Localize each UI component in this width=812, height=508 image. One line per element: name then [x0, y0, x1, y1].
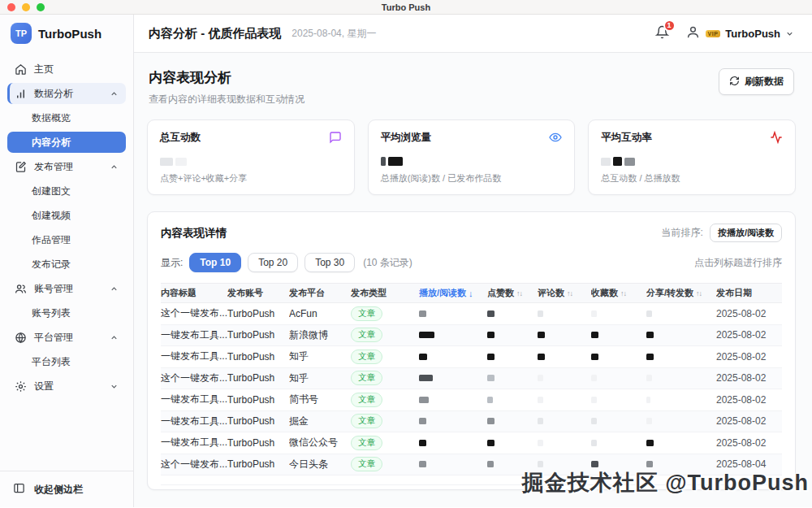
main-area: 内容分析 - 优质作品表现 2025-08-04, 星期一 1 VIP Turb…	[134, 15, 812, 507]
sidebar-item-create-video[interactable]: 创建视频	[7, 205, 126, 226]
column-header-platform: 发布平台	[289, 287, 351, 299]
sidebar-item-platform-management[interactable]: 平台管理	[7, 327, 126, 348]
sidebar-item-publish-records[interactable]: 发布记录	[7, 254, 126, 275]
cell-metric-likes	[487, 415, 538, 427]
sidebar-item-account-list[interactable]: 账号列表	[7, 302, 126, 323]
cell-date: 2025-08-02	[716, 329, 782, 341]
cell-metric-favorites	[591, 437, 646, 449]
notifications-button[interactable]: 1	[655, 25, 669, 42]
cell-metric-views	[419, 372, 487, 384]
doc-icon	[15, 161, 27, 173]
sidebar-item-works-management[interactable]: 作品管理	[7, 229, 126, 250]
sidebar-item-label: 主页	[34, 63, 54, 76]
chevron-up-icon	[110, 333, 119, 342]
cell-platform: 知乎	[289, 350, 351, 363]
app-window: TP TurboPush 主页数据分析数据概览内容分析发布管理创建图文创建视频作…	[0, 15, 812, 507]
type-badge: 文章	[351, 350, 382, 364]
cell-metric-likes	[487, 394, 538, 406]
cell-metric-comments	[538, 394, 591, 406]
message-icon	[329, 131, 342, 144]
sidebar-item-home[interactable]: 主页	[7, 59, 126, 80]
sidebar-item-label: 平台列表	[32, 355, 71, 369]
collapse-sidebar-button[interactable]: 收起侧边栏	[0, 471, 133, 507]
column-header-views[interactable]: 播放/阅读数↓	[419, 287, 487, 299]
redacted-value	[646, 310, 652, 317]
cell-date: 2025-08-04	[716, 458, 782, 470]
cell-metric-shares	[646, 372, 716, 384]
sidebar-item-create-article[interactable]: 创建图文	[7, 180, 126, 202]
column-header-likes[interactable]: 点赞数↑↓	[487, 287, 538, 299]
table-row[interactable]: 这个一键发布...TurboPush今日头条文章2025-08-04	[161, 454, 782, 476]
stat-card-value	[381, 156, 563, 167]
cell-account: TurboPush	[227, 415, 289, 427]
stat-card-desc: 总播放(阅读)数 / 已发布作品数	[381, 172, 563, 185]
refresh-data-button[interactable]: 刷新数据	[719, 68, 794, 95]
table-row[interactable]: 这个一键发布...TurboPush知乎文章2025-08-02	[161, 368, 782, 390]
sidebar-item-account-management[interactable]: 账号管理	[7, 278, 126, 299]
sidebar-item-label: 平台管理	[34, 331, 73, 345]
table-row[interactable]: 一键发布工具...TurboPush知乎文章2025-08-02	[161, 346, 782, 368]
top-filter-top-10[interactable]: Top 10	[189, 253, 241, 272]
main-header: 内容分析 - 优质作品表现 2025-08-04, 星期一 1 VIP Turb…	[134, 15, 812, 53]
top-filter-top-30[interactable]: Top 30	[304, 253, 355, 272]
cell-metric-favorites	[591, 458, 646, 470]
cell-account: TurboPush	[227, 351, 289, 363]
current-sort-label: 当前排序:	[662, 226, 703, 240]
column-header-favorites[interactable]: 收藏数↑↓	[591, 287, 646, 299]
column-header-title: 内容标题	[161, 287, 227, 299]
type-badge: 文章	[351, 393, 382, 407]
type-badge: 文章	[351, 436, 382, 450]
redacted-value	[538, 354, 545, 360]
table-row[interactable]: 一键发布工具...TurboPush微信公众号文章2025-08-02	[161, 432, 782, 454]
redacted-value	[419, 310, 426, 317]
chevron-down-icon	[785, 29, 794, 38]
sidebar-item-label: 账号管理	[34, 282, 73, 296]
stat-card-title: 平均互动率	[601, 131, 652, 145]
column-label: 评论数	[538, 287, 564, 299]
sidebar-item-label: 创建图文	[32, 185, 71, 198]
user-menu[interactable]: VIP TurboPush	[685, 24, 794, 43]
cell-platform: 微信公众号	[289, 436, 351, 449]
top-filter-group: Top 10Top 20Top 30	[189, 253, 355, 272]
sidebar-item-label: 发布记录	[32, 258, 71, 271]
redacted-value	[487, 397, 493, 403]
redacted-value	[487, 440, 495, 446]
cell-metric-comments	[538, 415, 591, 427]
chevron-up-icon	[110, 163, 119, 172]
column-label: 发布平台	[289, 287, 325, 299]
sidebar-item-data-analysis[interactable]: 数据分析	[7, 83, 126, 104]
sidebar-item-content-analysis[interactable]: 内容分析	[7, 132, 126, 153]
stat-card-title: 总互动数	[160, 131, 201, 145]
table-row[interactable]: 一键发布工具...TurboPush简书号文章2025-08-02	[161, 389, 782, 411]
redacted-value	[646, 332, 654, 338]
top-filter-top-20[interactable]: Top 20	[248, 253, 298, 272]
header-date: 2025-08-04, 星期一	[292, 27, 376, 41]
table-row[interactable]: 一键发布工具...TurboPush掘金文章2025-08-02	[161, 411, 782, 433]
content-detail-card: 内容表现详情 当前排序: 按播放/阅读数 显示: Top 10Top 20Top…	[147, 211, 796, 490]
sidebar-item-platform-list[interactable]: 平台列表	[7, 351, 126, 372]
cell-metric-shares	[646, 415, 716, 427]
redacted-value	[646, 354, 654, 360]
redacted-value	[538, 310, 543, 317]
sidebar-item-publish-management[interactable]: 发布管理	[7, 156, 126, 177]
cell-metric-views	[419, 415, 487, 427]
home-icon	[15, 63, 27, 76]
brand: TP TurboPush	[0, 15, 133, 50]
sidebar-item-label: 数据概览	[32, 111, 71, 125]
refresh-label: 刷新数据	[745, 75, 784, 89]
column-header-shares[interactable]: 分享/转发数↑↓	[646, 287, 716, 299]
table-row[interactable]: 一键发布工具...TurboPush新浪微博文章2025-08-02	[161, 325, 782, 347]
redacted-value	[419, 375, 433, 381]
sidebar-item-data-overview[interactable]: 数据概览	[7, 107, 126, 128]
cell-metric-comments	[538, 458, 591, 470]
redacted-value	[419, 332, 434, 338]
cell-metric-favorites	[591, 394, 646, 406]
sidebar: TP TurboPush 主页数据分析数据概览内容分析发布管理创建图文创建视频作…	[0, 15, 134, 507]
cell-title: 一键发布工具...	[161, 328, 227, 342]
cell-metric-favorites	[591, 308, 646, 319]
chart-icon	[15, 88, 27, 100]
column-header-comments[interactable]: 评论数↑↓	[538, 287, 591, 299]
table-row[interactable]: 这个一键发布...TurboPushAcFun文章2025-08-02	[161, 303, 782, 325]
sidebar-item-settings[interactable]: 设置	[7, 376, 126, 397]
cell-metric-shares	[646, 329, 716, 341]
